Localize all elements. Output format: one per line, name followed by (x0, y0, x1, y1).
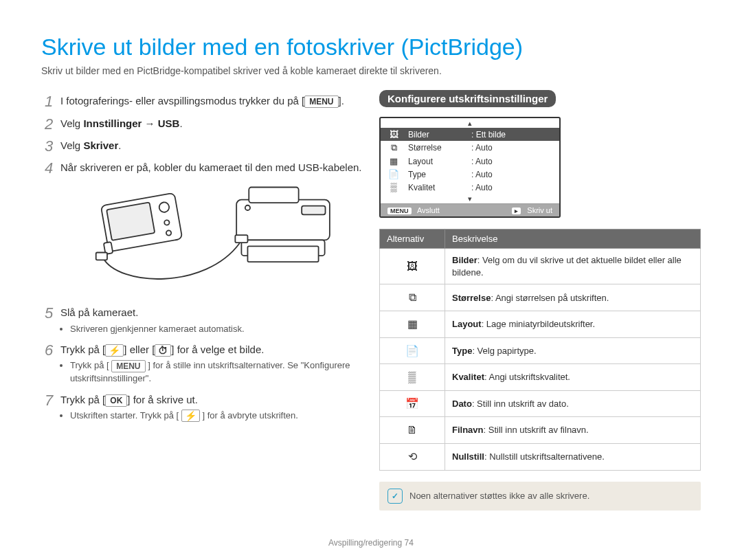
page-footer: Avspilling/redigering 74 (41, 538, 701, 548)
row-icon: ▒ (387, 182, 400, 192)
table-row: ▦Layout: Lage miniatyrbildeutskrifter. (380, 311, 701, 338)
step-number: 5 (41, 303, 56, 324)
settings-screen: ▴ 🖼BilderEtt bilde⧉StørrelseAuto▦LayoutA… (379, 117, 561, 218)
screen-footer-left: MENU Avslutt (387, 206, 440, 214)
play-icon: ▸ (512, 208, 521, 214)
step-subnote: Utskriften starter. Trykk på [ ⚡ ] for å… (70, 410, 363, 423)
row-label: Størrelse (408, 143, 463, 153)
intro-text: Skriv ut bilder med en PictBridge-kompat… (41, 65, 701, 76)
camera-printer-illustration (60, 184, 363, 293)
row-value: Auto (471, 143, 493, 153)
option-icon: 📅 (380, 390, 445, 417)
row-label: Kvalitet (408, 183, 463, 192)
row-value: Auto (471, 170, 493, 179)
step: 6Trykk på [⚡] eller [⏱] for å velge et b… (41, 343, 363, 384)
step: 7Trykk på [OK] for å skrive ut.Utskrifte… (41, 393, 363, 423)
row-label: Bilder (408, 130, 463, 139)
step-number: 2 (41, 114, 56, 135)
screen-menu-row: ⧉StørrelseAuto (381, 141, 559, 155)
step: 1I fotograferings- eller avspillingsmodu… (41, 94, 363, 108)
option-icon: ⧉ (380, 284, 445, 311)
svg-rect-12 (235, 236, 247, 243)
option-icon: ⟲ (380, 444, 445, 471)
table-row: 📄Type: Velg papirtype. (380, 337, 701, 364)
option-icon: 📄 (380, 337, 445, 364)
table-row: ▒Kvalitet: Angi utskriftskvalitet. (380, 364, 701, 391)
flash-button-icon: ⚡ (105, 344, 124, 357)
ok-button-icon: OK (105, 394, 127, 407)
screen-footer-right: ▸ Skriv ut (512, 206, 552, 214)
svg-rect-9 (247, 247, 318, 262)
options-header-alt: Alternativ (380, 229, 445, 249)
table-row: ⟲Nullstill: Nullstill utskriftsalternati… (380, 444, 701, 471)
table-row: ⧉Størrelse: Angi størrelsen på utskrifte… (380, 284, 701, 311)
option-desc: Dato: Still inn utskrift av dato. (445, 390, 701, 417)
page-title: Skrive ut bilder med en fotoskriver (Pic… (41, 34, 701, 60)
row-value: Auto (471, 183, 493, 192)
row-value: Auto (471, 157, 493, 166)
row-icon: ▦ (387, 156, 400, 166)
option-icon: ▒ (380, 364, 445, 391)
option-icon: 🗎 (380, 417, 445, 444)
svg-rect-13 (96, 253, 107, 260)
keyword: USB (158, 117, 180, 129)
options-table: Alternativ Beskrivelse 🖼Bilder: Velg om … (379, 229, 701, 470)
svg-rect-1 (106, 203, 155, 241)
menu-button-icon: MENU (304, 96, 338, 108)
step-number: 4 (41, 158, 56, 179)
keyword: Innstillinger (83, 117, 142, 129)
menu-button-icon: MENU (111, 360, 145, 372)
table-row: 🗎Filnavn: Still inn utskrift av filnavn. (380, 417, 701, 444)
step: 5Slå på kameraet.Skriveren gjenkjenner k… (41, 306, 363, 335)
step: 3Velg Skriver. (41, 139, 363, 153)
note-icon: ✓ (387, 489, 403, 504)
row-icon: 🖼 (387, 129, 400, 139)
option-desc: Filnavn: Still inn utskrift av filnavn. (445, 417, 701, 444)
option-desc: Størrelse: Angi størrelsen på utskriften… (445, 284, 701, 311)
section-heading: Konfigurere utskriftsinnstillinger (379, 90, 556, 107)
menu-icon: MENU (387, 208, 412, 214)
row-icon: 📄 (387, 169, 400, 179)
svg-rect-10 (302, 206, 325, 215)
options-header-desc: Beskrivelse (445, 229, 701, 249)
screen-menu-row: 📄TypeAuto (381, 168, 559, 181)
screen-menu-row: 🖼BilderEtt bilde (381, 128, 559, 141)
step-number: 6 (41, 340, 56, 361)
option-icon: 🖼 (380, 249, 445, 284)
option-desc: Kvalitet: Angi utskriftskvalitet. (445, 364, 701, 391)
svg-point-4 (166, 230, 171, 236)
note-box: ✓ Noen alternativer støttes ikke av alle… (379, 482, 701, 511)
row-label: Layout (408, 157, 463, 166)
screen-menu-row: ▦LayoutAuto (381, 155, 559, 168)
step-number: 3 (41, 136, 56, 157)
option-desc: Nullstill: Nullstill utskriftsalternativ… (445, 444, 701, 471)
row-label: Type (408, 170, 463, 179)
svg-point-11 (245, 205, 250, 210)
option-desc: Layout: Lage miniatyrbildeutskrifter. (445, 311, 701, 338)
flash-button-icon: ⚡ (181, 410, 200, 422)
svg-point-3 (164, 220, 170, 225)
step: 2Velg Innstillinger → USB. (41, 117, 363, 131)
row-icon: ⧉ (387, 142, 400, 153)
row-value: Ett bilde (471, 130, 506, 139)
scroll-down-icon: ▾ (381, 194, 559, 203)
step-number: 7 (41, 390, 56, 411)
step-subnote: Trykk på [ MENU ] for å stille inn utskr… (70, 359, 363, 384)
timer-button-icon: ⏱ (155, 344, 171, 357)
table-row: 📅Dato: Still inn utskrift av dato. (380, 390, 701, 417)
steps-list: 1I fotograferings- eller avspillingsmodu… (41, 94, 363, 422)
option-icon: ▦ (380, 311, 445, 338)
step: 4Når skriveren er på, kobler du kameraet… (41, 161, 363, 293)
note-text: Noen alternativer støttes ikke av alle s… (409, 491, 589, 501)
scroll-up-icon: ▴ (381, 118, 559, 128)
step-subnote: Skriveren gjenkjenner kameraet automatis… (70, 323, 363, 335)
option-desc: Type: Velg papirtype. (445, 337, 701, 364)
step-number: 1 (41, 91, 56, 112)
svg-rect-7 (249, 188, 298, 203)
table-row: 🖼Bilder: Velg om du vil skrive ut det ak… (380, 249, 701, 284)
keyword: Skriver (83, 139, 118, 151)
option-desc: Bilder: Velg om du vil skrive ut det akt… (445, 249, 701, 284)
screen-menu-row: ▒KvalitetAuto (381, 181, 559, 194)
